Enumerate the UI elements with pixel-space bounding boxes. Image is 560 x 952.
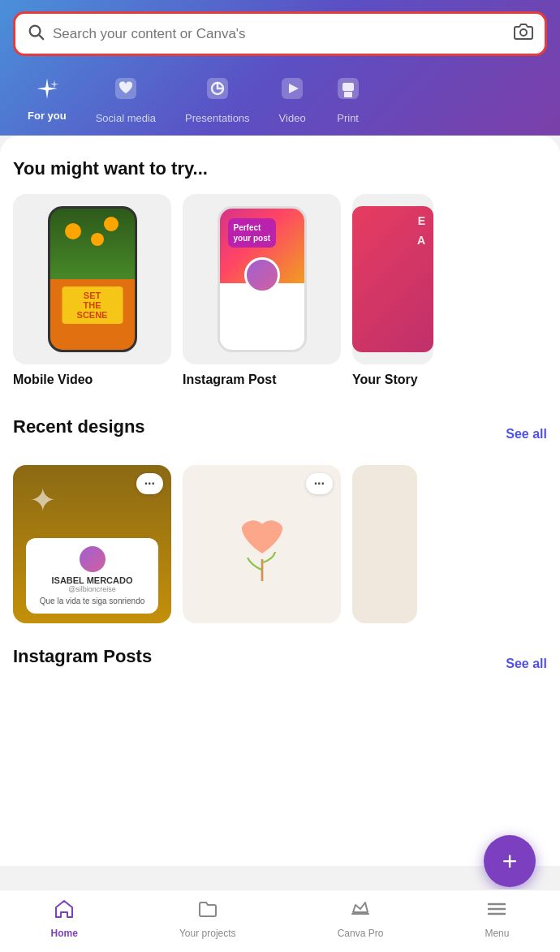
nav-label-canva-pro: Canva Pro (338, 928, 384, 939)
isabel-name: ISABEL MERCADO (36, 575, 149, 585)
instagram-posts-header: Instagram Posts See all (13, 646, 547, 682)
svg-rect-9 (342, 83, 354, 91)
search-icon (27, 23, 45, 45)
chart-icon (205, 75, 230, 107)
try-card-mobile-video-label: Mobile Video (13, 373, 93, 387)
crown-icon (350, 898, 371, 924)
instagram-posts-section: Instagram Posts See all (13, 646, 547, 682)
try-card-instagram-post[interactable]: Perfectyour post Instagram Post (183, 194, 341, 387)
video-icon (279, 75, 305, 107)
heart-icon (113, 75, 139, 107)
category-tab-presentations[interactable]: Presentations (170, 71, 265, 136)
category-tab-video[interactable]: Video (265, 71, 321, 136)
nav-label-projects: Your projects (179, 928, 236, 939)
category-label-for-you: For you (28, 110, 67, 122)
isabel-card-content: ISABEL MERCADO @silbioncreise Que la vid… (26, 538, 158, 614)
category-label-video: Video (279, 112, 306, 124)
create-fab-button[interactable]: + (484, 835, 536, 887)
svg-line-1 (39, 35, 43, 39)
category-tabs: For you Social media Presentations (13, 71, 547, 136)
nav-item-menu[interactable]: Menu (468, 898, 525, 939)
try-card-your-story[interactable]: E A Your Story (352, 194, 433, 387)
instagram-posts-title: Instagram Posts (13, 646, 152, 667)
star-decoration: ✦ (29, 481, 57, 519)
category-label-social-media: Social media (96, 112, 156, 124)
isabel-quote: Que la vida te siga sonriendo (36, 597, 149, 605)
folder-icon (197, 898, 218, 924)
search-bar[interactable] (13, 11, 547, 56)
recent-cards-list: ✦ ISABEL MERCADO @silbioncreise Que la v… (13, 465, 547, 623)
try-card-instagram-post-image: Perfectyour post (183, 194, 341, 364)
try-card-your-story-label: Your Story (352, 373, 418, 387)
category-label-presentations: Presentations (185, 112, 250, 124)
svg-rect-10 (344, 92, 352, 97)
category-tab-social-media[interactable]: Social media (81, 71, 170, 136)
search-input[interactable] (53, 26, 507, 42)
nav-label-menu: Menu (485, 928, 509, 939)
print-icon (335, 75, 361, 107)
nav-item-canva-pro[interactable]: Canva Pro (321, 898, 400, 939)
bottom-navigation: Home Your projects Canva Pro Menu (0, 890, 560, 952)
svg-point-2 (520, 29, 527, 36)
try-card-mobile-video-image: SETTHESCENE (13, 194, 171, 364)
try-card-your-story-image: E A (352, 194, 433, 364)
camera-icon[interactable] (514, 22, 533, 45)
nav-label-home: Home (51, 928, 78, 939)
category-tab-print[interactable]: Print (321, 71, 376, 136)
nav-item-home[interactable]: Home (35, 898, 94, 939)
recent-card-partial (352, 465, 417, 623)
header: For you Social media Presentations (0, 0, 560, 136)
recent-designs-see-all[interactable]: See all (506, 427, 547, 442)
menu-icon (486, 898, 507, 924)
try-card-instagram-post-label: Instagram Post (183, 373, 277, 387)
category-tab-for-you[interactable]: For you (13, 71, 81, 136)
plus-icon: + (502, 848, 518, 874)
category-label-print: Print (337, 112, 359, 124)
recent-card-heart[interactable]: ··· (183, 465, 341, 623)
recent-designs-title: Recent designs (13, 416, 145, 437)
heart-svg (226, 500, 299, 589)
isabel-card-more-button[interactable]: ··· (136, 473, 163, 494)
recent-card-isabel[interactable]: ✦ ISABEL MERCADO @silbioncreise Que la v… (13, 465, 171, 623)
isabel-avatar (80, 546, 106, 572)
main-content: You might want to try... (0, 136, 560, 866)
home-icon (54, 898, 75, 924)
try-cards-list: SETTHESCENE Mobile Video (13, 194, 547, 387)
try-section-title: You might want to try... (13, 158, 547, 179)
recent-designs-header: Recent designs See all (13, 416, 547, 452)
instagram-posts-see-all[interactable]: See all (506, 657, 547, 671)
nav-item-projects[interactable]: Your projects (163, 898, 252, 939)
try-card-mobile-video[interactable]: SETTHESCENE Mobile Video (13, 194, 171, 387)
isabel-handle: @silbioncreise (36, 585, 149, 593)
heart-card-more-button[interactable]: ··· (306, 473, 333, 494)
